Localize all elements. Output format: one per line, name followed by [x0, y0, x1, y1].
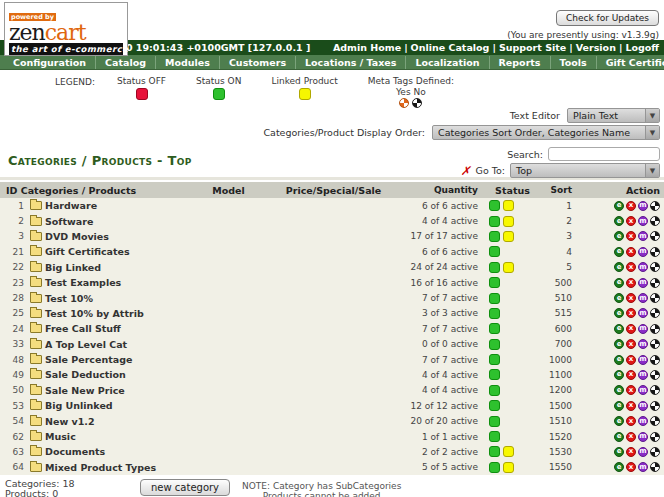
edit-icon[interactable]: e	[614, 355, 624, 365]
meta-icon[interactable]	[650, 401, 660, 411]
move-icon[interactable]: m	[638, 201, 648, 211]
status-on-indicator[interactable]	[489, 231, 500, 242]
status-on-indicator[interactable]	[489, 262, 500, 273]
display-order-select[interactable]: Categories Sort Order, Categories Name ▼	[432, 125, 660, 140]
delete-icon[interactable]: x	[626, 432, 636, 442]
delete-icon[interactable]: x	[626, 278, 636, 288]
status-on-indicator[interactable]	[489, 293, 500, 304]
category-link[interactable]: Big Unlinked	[45, 400, 113, 411]
delete-icon[interactable]: x	[626, 262, 636, 272]
edit-icon[interactable]: e	[614, 447, 624, 457]
move-icon[interactable]: m	[638, 462, 648, 472]
category-link[interactable]: Sale New Price	[45, 385, 125, 396]
meta-icon[interactable]	[650, 201, 660, 211]
meta-icon[interactable]	[650, 355, 660, 365]
edit-icon[interactable]: e	[614, 370, 624, 380]
menu-item-catalog[interactable]: Catalog	[96, 56, 156, 69]
move-icon[interactable]: m	[638, 339, 648, 349]
delete-icon[interactable]: x	[626, 416, 636, 426]
move-icon[interactable]: m	[638, 262, 648, 272]
category-link[interactable]: Sale Percentage	[45, 354, 132, 365]
category-link[interactable]: Big Linked	[45, 262, 101, 273]
move-icon[interactable]: m	[638, 308, 648, 318]
menu-item-gift-certificate-coupons[interactable]: Gift Certificate/Coupons	[597, 56, 664, 69]
menu-item-tools[interactable]: Tools	[551, 56, 597, 69]
linked-product-indicator[interactable]	[503, 262, 514, 273]
delete-icon[interactable]: x	[626, 324, 636, 334]
category-link[interactable]: Mixed Product Types	[45, 462, 156, 473]
delete-icon[interactable]: x	[626, 401, 636, 411]
move-icon[interactable]: m	[638, 355, 648, 365]
move-icon[interactable]: m	[638, 385, 648, 395]
goto-select[interactable]: Top ▼	[510, 163, 660, 178]
nav-link-admin-home[interactable]: Admin Home	[333, 42, 401, 53]
meta-icon[interactable]	[650, 293, 660, 303]
category-link[interactable]: Hardware	[45, 200, 97, 211]
move-icon[interactable]: m	[638, 401, 648, 411]
edit-icon[interactable]: e	[614, 231, 624, 241]
category-link[interactable]: Test Examples	[45, 277, 121, 288]
meta-icon[interactable]	[650, 308, 660, 318]
menu-item-reports[interactable]: Reports	[490, 56, 551, 69]
menu-item-localization[interactable]: Localization	[406, 56, 489, 69]
linked-product-indicator[interactable]	[503, 200, 514, 211]
delete-icon[interactable]: x	[626, 231, 636, 241]
menu-item-customers[interactable]: Customers	[220, 56, 296, 69]
meta-icon[interactable]	[650, 370, 660, 380]
status-on-indicator[interactable]	[489, 431, 500, 442]
edit-icon[interactable]: e	[614, 432, 624, 442]
edit-icon[interactable]: e	[614, 262, 624, 272]
move-icon[interactable]: m	[638, 278, 648, 288]
meta-icon[interactable]	[650, 278, 660, 288]
edit-icon[interactable]: e	[614, 324, 624, 334]
status-on-indicator[interactable]	[489, 400, 500, 411]
edit-icon[interactable]: e	[614, 339, 624, 349]
delete-icon[interactable]: x	[626, 385, 636, 395]
category-link[interactable]: New v1.2	[45, 416, 95, 427]
zen-cart-logo[interactable]: powered by zencart the art of e-commerce	[4, 2, 128, 56]
status-on-indicator[interactable]	[489, 200, 500, 211]
move-icon[interactable]: m	[638, 432, 648, 442]
delete-icon[interactable]: x	[626, 370, 636, 380]
category-link[interactable]: Music	[45, 431, 76, 442]
edit-icon[interactable]: e	[614, 278, 624, 288]
nav-link-version[interactable]: Version	[576, 42, 616, 53]
move-icon[interactable]: m	[638, 324, 648, 334]
delete-icon[interactable]: x	[626, 216, 636, 226]
meta-icon[interactable]	[650, 339, 660, 349]
edit-icon[interactable]: e	[614, 416, 624, 426]
meta-icon[interactable]	[650, 416, 660, 426]
status-on-indicator[interactable]	[489, 369, 500, 380]
category-link[interactable]: Test 10%	[45, 293, 93, 304]
status-on-indicator[interactable]	[489, 323, 500, 334]
delete-icon[interactable]: x	[626, 293, 636, 303]
status-on-indicator[interactable]	[489, 354, 500, 365]
meta-icon[interactable]	[650, 247, 660, 257]
status-on-indicator[interactable]	[489, 246, 500, 257]
edit-icon[interactable]: e	[614, 216, 624, 226]
edit-icon[interactable]: e	[614, 308, 624, 318]
status-on-indicator[interactable]	[489, 308, 500, 319]
meta-icon[interactable]	[650, 262, 660, 272]
move-icon[interactable]: m	[638, 247, 648, 257]
move-icon[interactable]: m	[638, 231, 648, 241]
nav-link-support-site[interactable]: Support Site	[499, 42, 566, 53]
edit-icon[interactable]: e	[614, 201, 624, 211]
nav-link-logoff[interactable]: Logoff	[625, 42, 659, 53]
status-on-indicator[interactable]	[489, 446, 500, 457]
linked-product-indicator[interactable]	[503, 462, 514, 473]
meta-icon[interactable]	[650, 462, 660, 472]
delete-icon[interactable]: x	[626, 339, 636, 349]
edit-icon[interactable]: e	[614, 462, 624, 472]
meta-icon[interactable]	[650, 231, 660, 241]
edit-icon[interactable]: e	[614, 247, 624, 257]
delete-icon[interactable]: x	[626, 247, 636, 257]
linked-product-indicator[interactable]	[503, 216, 514, 227]
category-link[interactable]: A Top Level Cat	[45, 339, 127, 350]
text-editor-select[interactable]: Plain Text ▼	[567, 108, 660, 123]
reset-x-icon[interactable]: ✗	[461, 166, 471, 176]
linked-product-indicator[interactable]	[503, 446, 514, 457]
edit-icon[interactable]: e	[614, 401, 624, 411]
delete-icon[interactable]: x	[626, 447, 636, 457]
delete-icon[interactable]: x	[626, 201, 636, 211]
